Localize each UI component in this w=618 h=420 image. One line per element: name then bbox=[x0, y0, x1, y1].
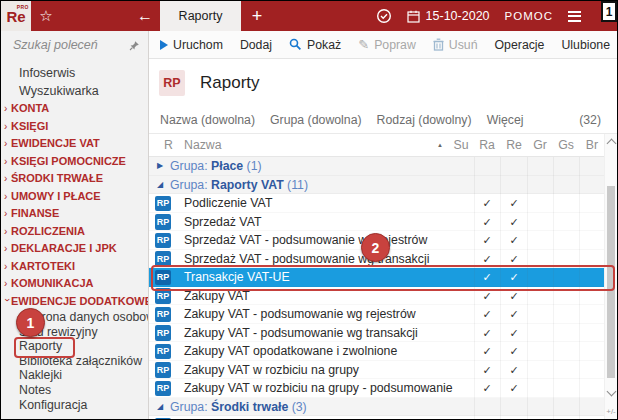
sidebar-section-komunikacja[interactable]: ›KOMUNIKACJA bbox=[1, 275, 148, 293]
report-name: Podliczenie VAT bbox=[184, 194, 272, 213]
hamburger-menu-icon[interactable] bbox=[568, 8, 581, 24]
column-header-nazwa[interactable]: Nazwa bbox=[184, 134, 222, 156]
sidebar-item-konfiguracja[interactable]: Konfiguracja bbox=[1, 398, 148, 413]
report-rp-icon: RP bbox=[155, 362, 171, 378]
app-logo-pro-label: PRO bbox=[17, 4, 29, 10]
check-ra-icon: ✓ bbox=[474, 324, 500, 343]
table-row-zakupy-vat-w-rozbiciu-na-grupy[interactable]: RPZakupy VAT w rozbiciu na grupy✓✓ bbox=[149, 361, 617, 380]
check-re-icon: ✓ bbox=[501, 231, 527, 250]
command-search-placeholder: Szukaj poleceń bbox=[13, 38, 98, 52]
column-header-ra[interactable]: Ra bbox=[474, 134, 500, 156]
column-header-su[interactable]: Su bbox=[448, 134, 474, 156]
column-header-re[interactable]: Re bbox=[501, 134, 527, 156]
sidebar-section-rodki-trwa-e[interactable]: ›ŚRODKI TRWAŁE bbox=[1, 170, 148, 188]
scrollbar-thumb[interactable] bbox=[607, 186, 615, 378]
tab-raporty[interactable]: Raporty bbox=[160, 1, 241, 31]
column-header-gs[interactable]: Gs bbox=[553, 134, 579, 156]
check-re-icon: ✓ bbox=[501, 213, 527, 232]
group-row-raporty-vat[interactable]: ◢Grupa: Raporty VAT (11) bbox=[149, 176, 617, 195]
sidebar-item-biblioteka-za-cznik-w[interactable]: Biblioteka załączników bbox=[1, 354, 148, 369]
chevron-right-icon: › bbox=[4, 100, 11, 118]
favorites-star-icon[interactable]: ☆ bbox=[34, 1, 58, 31]
sidebar-item-raporty[interactable]: Raporty bbox=[1, 339, 148, 354]
sort-ascending-icon[interactable]: ▲ bbox=[437, 142, 443, 148]
popraw-button[interactable]: ✎Popraw bbox=[358, 37, 416, 52]
column-separator bbox=[500, 157, 501, 419]
operacje-button[interactable]: Operacje bbox=[495, 38, 545, 52]
new-tab-button[interactable]: + bbox=[244, 1, 270, 31]
dodaj-button[interactable]: Dodaj bbox=[240, 38, 272, 52]
status-check-circle-icon[interactable] bbox=[376, 8, 392, 24]
ulubione-button[interactable]: Ulubione bbox=[561, 38, 610, 52]
group-row-p-ace[interactable]: ▶Grupa: Płace (1) bbox=[149, 157, 617, 176]
table-row-zakupy-vat-w-rozbiciu-na-grupy-podsumowanie[interactable]: RPZakupy VAT w rozbiciu na grupy - podsu… bbox=[149, 379, 617, 398]
filter-bar: (32) Nazwa (dowolna)Grupa (dowolna)Rodza… bbox=[149, 106, 617, 134]
column-separator bbox=[474, 157, 475, 419]
report-rp-icon: RP bbox=[155, 251, 171, 267]
table-row-zakupy-vat-podsumowanie-wg-transakcji[interactable]: RPZakupy VAT - podsumowanie wg transakcj… bbox=[149, 324, 617, 343]
poka-button[interactable]: Pokaż bbox=[289, 38, 341, 52]
chevron-right-icon: › bbox=[4, 153, 11, 171]
sidebar-section-ksi-gi[interactable]: ›KSIĘGI bbox=[1, 118, 148, 136]
sidebar-section-ewidencje-dodatkowe[interactable]: ›EWIDENCJE DODATKOWE bbox=[1, 293, 148, 311]
group-count: (11) bbox=[284, 178, 308, 192]
uruchom-button[interactable]: Uruchom bbox=[160, 38, 223, 52]
trash-icon bbox=[433, 38, 444, 51]
chevron-right-icon: › bbox=[4, 170, 11, 188]
pin-icon[interactable] bbox=[129, 40, 140, 51]
sidebar-section-finanse[interactable]: ›FINANSE bbox=[1, 205, 148, 223]
table-header: ▲ RNazwaSuRaReGrGsBr bbox=[149, 134, 617, 157]
annotation-step-2-circle: 2 bbox=[361, 233, 390, 262]
table-row-transakcje-vat-ue[interactable]: RPTransakcje VAT-UE✓✓ bbox=[149, 268, 617, 287]
scroll-down-icon[interactable] bbox=[607, 387, 617, 397]
pencil-icon: ✎ bbox=[358, 37, 369, 52]
date-control[interactable]: 15-10-2020 bbox=[407, 9, 490, 23]
sidebar-item-wyszukiwarka[interactable]: Wyszukiwarka bbox=[1, 82, 148, 100]
filter-grupa-dowolna[interactable]: Grupa (dowolna) bbox=[270, 113, 362, 127]
table-row-przyj-cia-rodk-w-trwa-ych[interactable]: RPPrzyjęcia środków trwałych✓✓ bbox=[149, 416, 617, 419]
command-search-input[interactable]: Szukaj poleceń bbox=[1, 31, 148, 59]
sidebar-section-umowy-i-p-ace[interactable]: ›UMOWY I PŁACE bbox=[1, 188, 148, 206]
sidebar-item-notes[interactable]: Notes bbox=[1, 383, 148, 398]
current-date: 15-10-2020 bbox=[426, 9, 490, 23]
column-header-r[interactable]: R bbox=[164, 134, 173, 156]
scrollbar-hint: +/- bbox=[605, 407, 617, 416]
check-re-icon: ✓ bbox=[501, 324, 527, 343]
report-rp-icon: RP bbox=[155, 381, 171, 397]
sidebar-section-ewidencje-vat[interactable]: ›EWIDENCJE VAT bbox=[1, 135, 148, 153]
module-badge: RP bbox=[159, 70, 185, 96]
filter-wi-cej[interactable]: Więcej bbox=[487, 113, 524, 127]
group-expanded-icon[interactable]: ◢ bbox=[157, 176, 163, 195]
sidebar-section-ksi-gi-pomocnicze[interactable]: ›KSIĘGI POMOCNICZE bbox=[1, 153, 148, 171]
sidebar-section-konta[interactable]: ›KONTA bbox=[1, 100, 148, 118]
usu-button[interactable]: Usuń bbox=[433, 38, 478, 52]
scroll-up-icon[interactable] bbox=[607, 139, 617, 149]
sidebar-section-deklaracje-i-jpk[interactable]: ›DEKLARACJE I JPK bbox=[1, 240, 148, 258]
group-row-rodki-trwa-e[interactable]: ◢Grupa: Środki trwałe (3) bbox=[149, 398, 617, 417]
table-row-zakupy-vat-opodatkowane-i-zwolnione[interactable]: RPZakupy VAT opodatkowane i zwolnione✓✓ bbox=[149, 342, 617, 361]
sidebar-item-infoserwis[interactable]: Infoserwis bbox=[1, 64, 148, 82]
sidebar-item-naklejki[interactable]: Naklejki bbox=[1, 368, 148, 383]
table-row-zakupy-vat[interactable]: RPZakupy VAT✓✓ bbox=[149, 287, 617, 306]
column-header-gr[interactable]: Gr bbox=[527, 134, 553, 156]
vertical-scrollbar[interactable]: +/- bbox=[604, 134, 617, 419]
report-rp-icon: RP bbox=[155, 344, 171, 360]
table-row-podliczenie-vat[interactable]: RPPodliczenie VAT✓✓ bbox=[149, 194, 617, 213]
filter-rodzaj-dowolny[interactable]: Rodzaj (dowolny) bbox=[377, 113, 472, 127]
page-title: Raporty bbox=[200, 73, 260, 93]
help-menu[interactable]: POMOC bbox=[505, 10, 553, 22]
check-ra-icon: ✓ bbox=[474, 287, 500, 306]
check-re-icon: ✓ bbox=[501, 305, 527, 324]
check-re-icon: ✓ bbox=[501, 379, 527, 398]
back-arrow-icon[interactable]: ← bbox=[132, 1, 158, 31]
table-row-zakupy-vat-podsumowanie-wg-rejestr-w[interactable]: RPZakupy VAT - podsumowanie wg rejestrów… bbox=[149, 305, 617, 324]
sidebar-section-rozliczenia[interactable]: ›ROZLICZENIA bbox=[1, 223, 148, 241]
table-row-sprzeda-vat[interactable]: RPSprzedaż VAT✓✓ bbox=[149, 213, 617, 232]
check-ra-icon: ✓ bbox=[474, 231, 500, 250]
filter-nazwa-dowolna[interactable]: Nazwa (dowolna) bbox=[160, 113, 255, 127]
group-collapsed-icon[interactable]: ▶ bbox=[157, 157, 163, 176]
app-window: Re PRO ☆ ← Raporty + 15-10-2020 POMOC 1 bbox=[0, 0, 618, 420]
group-expanded-icon[interactable]: ◢ bbox=[157, 398, 163, 417]
column-header-br[interactable]: Br bbox=[579, 134, 605, 156]
sidebar-section-kartoteki[interactable]: ›KARTOTEKI bbox=[1, 258, 148, 276]
